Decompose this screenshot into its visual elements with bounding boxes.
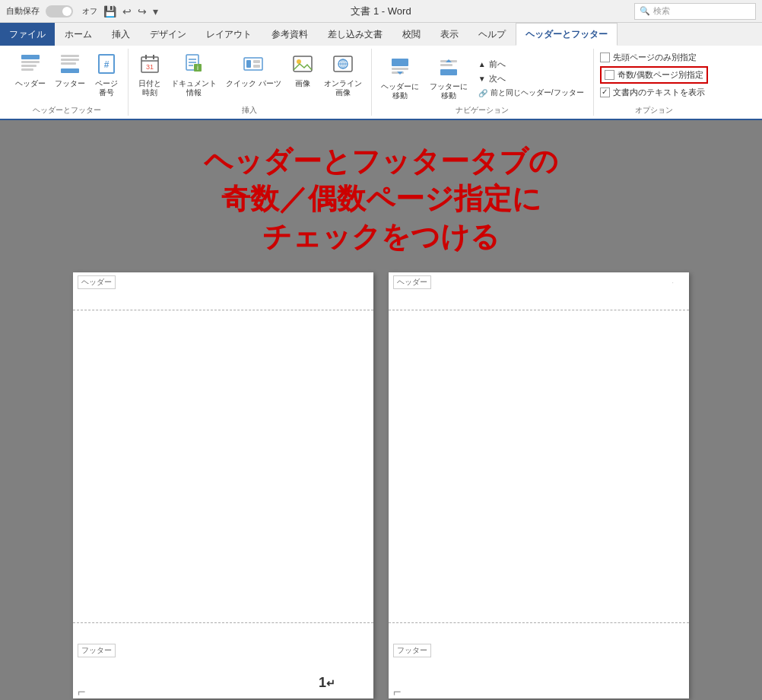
svg-text:i: i — [197, 64, 198, 72]
svg-rect-37 — [440, 64, 452, 66]
quickparts-icon — [243, 53, 264, 78]
autosave-label: 自動保存 — [6, 5, 40, 17]
svg-rect-3 — [21, 68, 33, 71]
link-icon: 🔗 — [478, 89, 487, 97]
datetime-icon: 31 — [139, 53, 160, 78]
autosave-toggle[interactable] — [46, 5, 73, 18]
page-number-label: ページ番号 — [95, 79, 118, 97]
undo-icon[interactable]: ↩ — [122, 5, 132, 18]
tab-design[interactable]: デザイン — [140, 23, 196, 46]
prev-icon: ▲ — [478, 60, 486, 68]
tab-home[interactable]: ホーム — [55, 23, 102, 46]
page-2-header-dot: · — [672, 278, 674, 287]
customize-icon[interactable]: ▾ — [153, 5, 158, 18]
overlay-text: ヘッダーとフッタータブの 奇数／偶数ページ指定に チェックをつける — [0, 143, 762, 256]
datetime-button[interactable]: 31 日付と時刻 — [135, 52, 165, 99]
page-1-header: ヘッダー — [73, 272, 373, 310]
redo-icon[interactable]: ↪ — [138, 5, 147, 18]
quickparts-button[interactable]: クイック パーツ — [223, 52, 284, 90]
header-label: ヘッダー — [15, 79, 46, 88]
page-1-number: 1↵ — [319, 675, 335, 691]
options-content: 先頭ページのみ別指定 奇数/偶数ページ別指定 文書内のテキストを表示 — [600, 49, 708, 102]
online-picture-button[interactable]: オンライン画像 — [321, 52, 365, 99]
goto-footer-button[interactable]: フッターに移動 — [427, 55, 471, 102]
page-1-corner: ⌐ — [78, 685, 86, 698]
tab-review[interactable]: 校閲 — [392, 23, 430, 46]
page-number-icon: # — [96, 53, 117, 78]
svg-rect-24 — [253, 65, 260, 68]
autosave-state: オフ — [82, 6, 97, 17]
first-page-option[interactable]: 先頭ページのみ別指定 — [600, 52, 697, 63]
group-label-hf: ヘッダーとフッター — [33, 102, 101, 116]
quickparts-label: クイック パーツ — [226, 79, 281, 88]
svg-rect-23 — [253, 60, 260, 63]
ribbon-group-header-footer: ヘッダー フッター # — [6, 49, 129, 116]
same-as-prev-label: 前と同じヘッダー/フッター — [491, 88, 584, 98]
next-button[interactable]: ▼ 次へ — [475, 72, 587, 85]
page-2: ヘッダー · フッター ⌐ — [389, 272, 689, 698]
tab-insert[interactable]: 挿入 — [102, 23, 140, 46]
footer-icon — [59, 53, 81, 78]
svg-rect-22 — [246, 60, 251, 68]
first-page-label: 先頭ページのみ別指定 — [613, 52, 697, 63]
footer-label: フッター — [55, 79, 85, 88]
docinfo-button[interactable]: i ドキュメント情報 — [168, 52, 220, 99]
save-icon[interactable]: 💾 — [103, 5, 116, 18]
svg-rect-6 — [61, 62, 76, 65]
page-1-footer-label: フッター — [78, 644, 116, 657]
ribbon-group-navigation: ヘッダーに移動 フッターに移動 ▲ — [372, 49, 594, 116]
search-box[interactable]: 🔍 検索 — [634, 3, 756, 20]
overlay-line1: ヘッダーとフッタータブの — [0, 143, 762, 180]
footer-button[interactable]: フッター — [52, 52, 88, 90]
window-title: 文書 1 - Word — [351, 5, 411, 18]
header-icon — [20, 53, 41, 78]
datetime-label: 日付と時刻 — [138, 79, 161, 97]
ribbon-group-insert: 31 日付と時刻 i ドキュメント情報 — [129, 49, 372, 116]
show-text-checkbox[interactable] — [600, 88, 610, 97]
svg-rect-4 — [61, 55, 79, 57]
svg-rect-5 — [61, 59, 79, 61]
picture-icon — [292, 53, 313, 78]
tab-layout[interactable]: レイアウト — [196, 23, 262, 46]
ribbon: ヘッダー フッター # — [0, 46, 762, 120]
page-2-corner: ⌐ — [393, 685, 402, 698]
page-1-header-label: ヘッダー — [78, 275, 116, 289]
page-number-arrow: ↵ — [326, 677, 335, 689]
title-bar-left: 自動保存 オフ 💾 ↩ ↪ ▾ — [6, 5, 158, 18]
picture-button[interactable]: 画像 — [287, 52, 318, 90]
svg-rect-38 — [440, 69, 457, 75]
prev-label: 前へ — [489, 59, 506, 70]
goto-header-button[interactable]: ヘッダーに移動 — [378, 55, 422, 102]
tab-help[interactable]: ヘルプ — [468, 23, 516, 46]
goto-footer-label: フッターに移動 — [430, 82, 468, 100]
svg-rect-2 — [21, 65, 37, 67]
svg-point-26 — [297, 59, 301, 64]
tab-mailings[interactable]: 差し込み文書 — [318, 23, 392, 46]
goto-header-icon — [389, 56, 411, 81]
online-picture-icon — [332, 53, 354, 78]
same-as-prev-button[interactable]: 🔗 前と同じヘッダー/フッター — [475, 87, 587, 99]
ribbon-tabs: ファイル ホーム 挿入 デザイン レイアウト 参考資料 差し込み文書 校閲 表示… — [0, 23, 762, 46]
prev-button[interactable]: ▲ 前へ — [475, 58, 587, 71]
show-text-option[interactable]: 文書内のテキストを表示 — [600, 87, 705, 98]
tab-view[interactable]: 表示 — [430, 23, 468, 46]
svg-rect-32 — [392, 59, 408, 66]
goto-footer-icon — [438, 56, 459, 81]
header-button[interactable]: ヘッダー — [12, 52, 49, 90]
next-label: 次へ — [489, 73, 506, 84]
overlay-line3: チェックをつける — [0, 218, 762, 256]
ribbon-group-insert-content: 31 日付と時刻 i ドキュメント情報 — [135, 49, 365, 102]
tab-references[interactable]: 参考資料 — [262, 23, 318, 46]
svg-rect-25 — [294, 56, 312, 72]
odd-even-checkbox[interactable] — [605, 70, 614, 80]
page-number-button[interactable]: # ページ番号 — [91, 52, 122, 99]
navigation-content: ヘッダーに移動 フッターに移動 ▲ — [378, 49, 587, 102]
group-label-insert: 挿入 — [242, 102, 257, 116]
first-page-checkbox[interactable] — [600, 52, 610, 62]
goto-header-label: ヘッダーに移動 — [381, 82, 419, 100]
tab-file[interactable]: ファイル — [0, 23, 55, 46]
tab-header-footer[interactable]: ヘッダーとフッター — [516, 23, 618, 46]
odd-even-label: 奇数/偶数ページ別指定 — [618, 69, 703, 81]
odd-even-option[interactable]: 奇数/偶数ページ別指定 — [605, 69, 703, 81]
page-2-header-label: ヘッダー — [393, 275, 431, 289]
